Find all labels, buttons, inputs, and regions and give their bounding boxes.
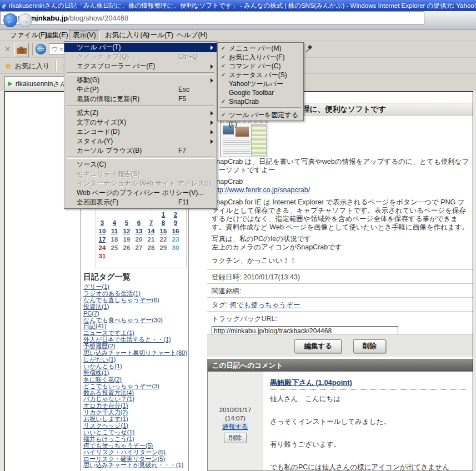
tag-link[interactable]: いかんとも(1) bbox=[83, 363, 188, 370]
calendar-day[interactable]: 9 bbox=[169, 219, 182, 227]
edit-button[interactable]: 編集する bbox=[294, 339, 342, 353]
view-menu-item[interactable]: ソース(C) bbox=[64, 160, 217, 169]
calendar-day[interactable]: 5 bbox=[121, 219, 133, 227]
calendar-day[interactable]: 13 bbox=[133, 227, 145, 236]
menubar-item-6[interactable]: ヘルプ(H) bbox=[173, 30, 211, 40]
thumbnail-image[interactable] bbox=[220, 118, 268, 157]
tag-link[interactable]: ハイリスク・ハイリターン(5) bbox=[83, 449, 188, 456]
calendar-week-row: 10111213141516 bbox=[96, 227, 186, 236]
menubar-item-3[interactable]: 表示(V) bbox=[69, 30, 100, 41]
view-menu-item[interactable]: スタイル(Y) bbox=[64, 137, 217, 146]
tag-link[interactable]: どこでもいっちゃうぞー(3) bbox=[83, 383, 188, 390]
calendar-day[interactable]: 2 bbox=[169, 211, 182, 219]
comment-delete-button[interactable]: 削除 bbox=[224, 433, 247, 443]
view-menu-item[interactable]: ツール バー(T) bbox=[64, 43, 217, 52]
address-bar[interactable]: http://minkabu.jp/blog/show/204468 bbox=[0, 11, 424, 24]
comments-box: この日記へのコメント 2010/01/17 (14:07) 通報する 削除 黒鮪… bbox=[207, 359, 473, 471]
tag-link[interactable]: 投資法(1) bbox=[83, 304, 188, 310]
menu-item-label: 拡大(Z) bbox=[77, 109, 98, 117]
tag-link[interactable]: PC(7) bbox=[83, 310, 188, 317]
toolbars-submenu-item[interactable]: ✓コマンド バー(C) bbox=[218, 62, 303, 71]
comment-body-cell: 黒鮪殿下さん (1.04point) 仙人さん こんにちはさっそくインストールし… bbox=[263, 372, 473, 470]
calendar-day[interactable]: 15 bbox=[157, 227, 169, 236]
view-menu-item[interactable]: 移動(G) bbox=[64, 76, 217, 85]
pushpin-icon[interactable] bbox=[305, 44, 313, 56]
window-right-edge bbox=[473, 91, 476, 471]
title-bar: e rikakusenninさんの日記「みん株日記に、株の情報整理に、便利なソフ… bbox=[0, 0, 476, 11]
forward-button[interactable]: → bbox=[18, 13, 32, 27]
toolbars-submenu-popup: ✓メニュー バー(M)✓お気に入りバー(F)✓コマンド バー(C)✓ステータス … bbox=[217, 42, 304, 121]
view-menu-item[interactable]: 中止(P)Esc bbox=[64, 85, 217, 94]
calendar-week-row: 3456789 bbox=[96, 219, 186, 227]
snapcrab-camera-button[interactable] bbox=[14, 43, 29, 57]
toolbars-submenu-item[interactable]: Google Toolbar bbox=[218, 88, 303, 97]
tag-row-link[interactable]: 何でも使っちゃうぞー bbox=[230, 301, 300, 309]
view-menu-item[interactable]: 全画面表示(F)F11 bbox=[64, 198, 217, 207]
menubar-item-2[interactable]: 編集(E) bbox=[42, 30, 72, 40]
stop-icon[interactable]: ✕ bbox=[4, 45, 11, 53]
window-left-edge bbox=[0, 91, 4, 471]
toolbars-submenu-item[interactable]: ✓ステータス バー(S) bbox=[218, 71, 303, 79]
calendar-day[interactable]: 8 bbox=[157, 219, 169, 227]
tag-link[interactable]: 冬に咲く花(2) bbox=[83, 377, 188, 383]
calendar-day bbox=[133, 211, 145, 219]
toolbars-submenu-item[interactable]: ✓SnapCrab bbox=[218, 97, 303, 106]
toolbars-submenu-item[interactable]: ✓メニュー バー(M) bbox=[218, 44, 303, 53]
tag-link[interactable]: 無償株(1) bbox=[83, 370, 188, 377]
calendar-day[interactable]: 6 bbox=[133, 219, 145, 227]
favorites-button[interactable]: ★ お気に入り bbox=[4, 61, 50, 71]
view-menu-item[interactable]: カーソル ブラウズ(B)F7 bbox=[64, 146, 217, 156]
calendar-day[interactable]: 12 bbox=[121, 227, 133, 236]
view-menu-item[interactable]: セキュリティ報告(S) bbox=[64, 169, 217, 179]
calendar-day: 20 bbox=[133, 236, 145, 244]
submenu-item-label: Google Toolbar bbox=[229, 89, 274, 97]
calendar-day[interactable]: 16 bbox=[169, 227, 182, 236]
navigation-bar: ← → ▼ http://minkabu.jp/blog/show/204468 bbox=[0, 11, 476, 30]
comment-line: 有り難うございます。 bbox=[270, 440, 466, 449]
tag-row-label: タグ: bbox=[212, 301, 228, 309]
tag-link[interactable]: なんでも直しちゃうぞー(6) bbox=[83, 297, 188, 304]
view-menu-item[interactable]: Web ページのプライバシー ポリシー(V)... bbox=[64, 188, 217, 198]
calendar-day[interactable]: 17 bbox=[96, 236, 108, 244]
delete-button[interactable]: 削除 bbox=[353, 339, 386, 353]
tag-link[interactable]: 何でも使っちゃうぞー(5) bbox=[83, 443, 188, 449]
menu-separator bbox=[67, 105, 214, 107]
history-dropdown-icon[interactable]: ▼ bbox=[34, 18, 39, 23]
view-menu-item[interactable]: クイック タブ(Q)Ctrl+Q bbox=[64, 52, 217, 62]
toolbars-submenu-item[interactable]: Yahoo!ツールバー bbox=[218, 79, 303, 88]
submenu-item-label: ステータス バー(S) bbox=[229, 71, 287, 79]
calendar-day[interactable]: 11 bbox=[108, 227, 121, 236]
menu-item-label: クイック タブ(Q) bbox=[77, 53, 129, 61]
calendar-day[interactable]: 7 bbox=[145, 219, 157, 227]
back-button[interactable]: ← bbox=[3, 13, 17, 27]
view-menu-item[interactable]: 最新の情報に更新(R)F5 bbox=[64, 94, 217, 104]
view-menu-item[interactable]: 拡大(Z) bbox=[64, 108, 217, 118]
entry-paragraph-5: ラクチン、かっこいい！！ bbox=[212, 257, 472, 265]
report-link[interactable]: 通報する bbox=[222, 423, 248, 431]
toolbars-submenu-item[interactable]: ✓お気に入りバー(F) bbox=[218, 53, 303, 62]
tag-link[interactable]: 福井もけっこう(1) bbox=[83, 436, 188, 443]
calendar-week-row: 12 bbox=[96, 211, 186, 219]
submenu-item-label: お気に入りバー(F) bbox=[229, 53, 284, 61]
checkmark-icon: ✓ bbox=[221, 97, 226, 106]
submenu-arrow-icon bbox=[211, 121, 213, 125]
calendar-day[interactable]: 1 bbox=[157, 211, 169, 219]
snapcrab-link[interactable]: http://www.fenrir.co.jp/snapcrab/ bbox=[212, 186, 310, 194]
calendar-day[interactable]: 14 bbox=[145, 227, 157, 236]
entry-line-icon: 左上のカメラのアイコンがSnapCrabです bbox=[212, 243, 342, 251]
view-menu-item[interactable]: エンコード(D) bbox=[64, 127, 217, 137]
comment-author-link[interactable]: 黒鮪殿下さん (1.04point) bbox=[270, 378, 352, 387]
menubar-item-5[interactable]: ツール(T) bbox=[140, 30, 177, 40]
calendar-day[interactable]: 3 bbox=[96, 219, 108, 227]
view-menu-item[interactable]: インターナショナル Web サイト アドレス(I) bbox=[64, 179, 217, 188]
toolbars-submenu-item[interactable]: ✓ツール バーを固定する(L) bbox=[218, 111, 303, 119]
tag-link[interactable]: 思い込みチャートが見破れ・・・(1) bbox=[83, 462, 188, 469]
view-menu-item[interactable]: 文字のサイズ(X) bbox=[64, 118, 217, 127]
calendar-day[interactable]: 10 bbox=[96, 227, 108, 236]
calendar-week-row: 24252627282930 bbox=[96, 244, 186, 252]
calendar-day bbox=[133, 252, 145, 260]
camera-icon bbox=[17, 47, 27, 54]
calendar-day[interactable]: 4 bbox=[108, 219, 121, 227]
view-menu-item[interactable]: エクスプローラー バー(E) bbox=[64, 62, 217, 71]
calendar-day: 19 bbox=[121, 236, 133, 244]
